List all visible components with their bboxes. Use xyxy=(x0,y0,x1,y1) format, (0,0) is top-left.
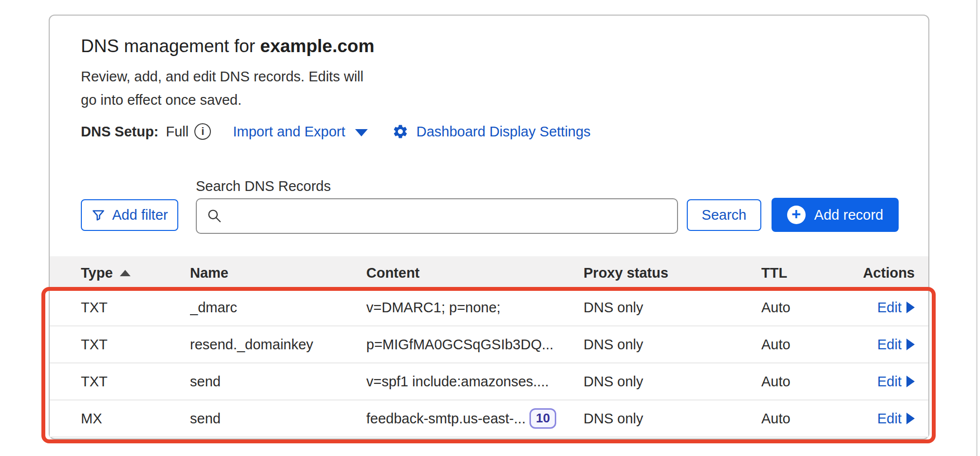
cell-content: v=DMARC1; p=none; xyxy=(366,300,584,316)
cell-proxy-status: DNS only xyxy=(584,300,761,316)
cell-content-text: feedback-smtp.us-east-... xyxy=(366,411,526,427)
cell-content: p=MIGfMA0GCSqGSIb3DQ... xyxy=(366,337,584,353)
dns-setup-row: DNS Setup: Full i Import and Export Dash… xyxy=(81,121,591,142)
page-subtitle-line2: go into effect once saved. xyxy=(81,88,363,112)
import-export-dropdown[interactable]: Import and Export xyxy=(233,124,368,140)
search-button[interactable]: Search xyxy=(687,199,761,231)
add-filter-label: Add filter xyxy=(112,207,168,223)
edit-label: Edit xyxy=(877,374,902,390)
table-row: TXT send v=spf1 include:amazonses.... DN… xyxy=(50,363,928,400)
column-header-name-label: Name xyxy=(190,265,228,281)
column-header-name[interactable]: Name xyxy=(190,265,366,281)
column-header-ttl[interactable]: TTL xyxy=(761,265,859,281)
cell-content: feedback-smtp.us-east-...10 xyxy=(366,408,584,429)
cell-proxy-status: DNS only xyxy=(584,411,761,427)
table-row: TXT resend._domainkey p=MIGfMA0GCSqGSIb3… xyxy=(50,326,928,363)
edit-label: Edit xyxy=(877,300,902,316)
cell-proxy-status: DNS only xyxy=(584,374,761,390)
column-header-type-label: Type xyxy=(81,265,113,281)
chevron-right-icon xyxy=(906,376,915,387)
search-field-wrap xyxy=(196,198,678,234)
dashboard-display-settings-label: Dashboard Display Settings xyxy=(416,124,591,140)
table-row: TXT _dmarc v=DMARC1; p=none; DNS only Au… xyxy=(50,289,928,326)
edit-label: Edit xyxy=(877,411,902,427)
add-record-button[interactable]: + Add record xyxy=(772,198,899,232)
cell-type: TXT xyxy=(81,374,190,390)
column-header-actions-label: Actions xyxy=(863,265,915,281)
info-icon[interactable]: i xyxy=(194,123,211,140)
dns-management-card: DNS management for example.com Review, a… xyxy=(49,15,929,439)
cell-ttl: Auto xyxy=(761,337,859,353)
column-header-content[interactable]: Content xyxy=(366,265,584,281)
page-subtitle: Review, add, and edit DNS records. Edits… xyxy=(81,65,363,112)
cell-type: TXT xyxy=(81,300,190,316)
edit-record-button[interactable]: Edit xyxy=(877,337,915,353)
add-filter-button[interactable]: Add filter xyxy=(81,199,178,231)
cell-actions: Edit xyxy=(859,337,915,353)
mx-priority-badge: 10 xyxy=(529,408,556,429)
table-header-row: Type Name Content Proxy status TTL Actio… xyxy=(50,256,928,289)
cell-name: _dmarc xyxy=(190,300,366,316)
dashboard-display-settings-link[interactable]: Dashboard Display Settings xyxy=(416,124,591,140)
dns-setup-label: DNS Setup: xyxy=(81,124,159,140)
cell-name: send xyxy=(190,374,366,390)
cell-type: MX xyxy=(81,411,190,427)
dns-setup-value: Full xyxy=(166,124,189,140)
add-record-label: Add record xyxy=(814,207,884,223)
edit-record-button[interactable]: Edit xyxy=(877,300,915,316)
cell-actions: Edit xyxy=(859,374,915,390)
search-dns-records-label: Search DNS Records xyxy=(196,178,331,194)
cell-ttl: Auto xyxy=(761,300,859,316)
search-input[interactable] xyxy=(196,198,678,234)
page-title: DNS management for example.com xyxy=(81,36,375,57)
column-header-actions: Actions xyxy=(859,265,915,281)
column-header-ttl-label: TTL xyxy=(761,265,787,281)
cell-ttl: Auto xyxy=(761,411,859,427)
edit-label: Edit xyxy=(877,337,902,353)
cell-ttl: Auto xyxy=(761,374,859,390)
page-subtitle-line1: Review, add, and edit DNS records. Edits… xyxy=(81,65,363,88)
chevron-right-icon xyxy=(906,302,915,313)
plus-circle-icon: + xyxy=(787,206,806,224)
cell-type: TXT xyxy=(81,337,190,353)
search-icon xyxy=(207,208,222,224)
table-body: TXT _dmarc v=DMARC1; p=none; DNS only Au… xyxy=(50,289,928,437)
chevron-right-icon xyxy=(906,339,915,350)
page-edge-divider xyxy=(976,0,978,456)
cell-actions: Edit xyxy=(859,411,915,427)
chevron-right-icon xyxy=(906,413,915,424)
filter-funnel-icon xyxy=(91,208,106,223)
gear-icon xyxy=(392,123,409,140)
column-header-content-label: Content xyxy=(366,265,420,281)
search-button-label: Search xyxy=(702,207,747,223)
cell-name: resend._domainkey xyxy=(190,337,366,353)
column-header-type[interactable]: Type xyxy=(81,265,190,281)
edit-record-button[interactable]: Edit xyxy=(877,374,915,390)
table-row: MX send feedback-smtp.us-east-...10 DNS … xyxy=(50,400,928,437)
cell-proxy-status: DNS only xyxy=(584,337,761,353)
page-title-prefix: DNS management for xyxy=(81,36,260,56)
page-title-domain: example.com xyxy=(260,36,374,56)
cell-name: send xyxy=(190,411,366,427)
edit-record-button[interactable]: Edit xyxy=(877,411,915,427)
import-export-label: Import and Export xyxy=(233,124,345,140)
chevron-down-icon xyxy=(355,129,368,136)
cell-content: v=spf1 include:amazonses.... xyxy=(366,374,584,390)
column-header-proxy-status[interactable]: Proxy status xyxy=(584,265,761,281)
sort-ascending-icon xyxy=(120,270,131,276)
column-header-proxy-status-label: Proxy status xyxy=(584,265,668,281)
cell-actions: Edit xyxy=(859,300,915,316)
